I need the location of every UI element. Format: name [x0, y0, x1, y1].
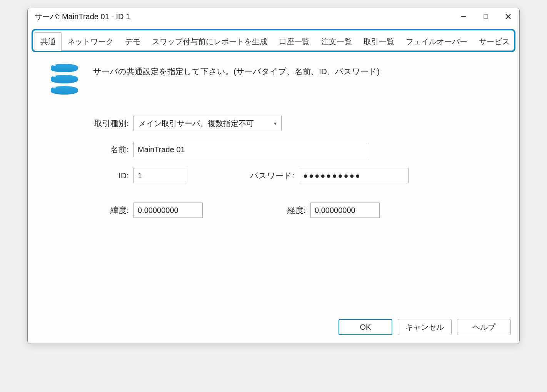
tab-failover[interactable]: フェイルオーバー: [400, 32, 473, 51]
label-longitude: 経度:: [245, 205, 310, 216]
id-input[interactable]: [133, 168, 187, 183]
window-controls: [452, 8, 519, 25]
maximize-icon: [483, 14, 489, 19]
cancel-button[interactable]: キャンセル: [398, 319, 452, 335]
chevron-down-icon: ▾: [274, 120, 277, 126]
row-coordinates: 緯度: 経度:: [66, 203, 508, 218]
button-bar: OK キャンセル ヘルプ: [28, 314, 519, 344]
tab-swap-report[interactable]: スワップ付与前にレポートを生成: [146, 32, 273, 51]
trade-type-value: メイン取引サーバ、複数指定不可: [138, 118, 254, 129]
header-row: サーバの共通設定を指定して下さい。(サーバタイプ、名前、ID、パスワード): [51, 64, 508, 95]
tab-service[interactable]: サービス: [473, 32, 515, 51]
trade-type-select[interactable]: メイン取引サーバ、複数指定不可 ▾: [133, 116, 282, 131]
label-latitude: 緯度:: [66, 205, 133, 216]
tab-bar: 共通 ネットワーク デモ スワップ付与前にレポートを生成 口座一覧 注文一覧 取…: [35, 32, 512, 51]
label-name: 名前:: [66, 144, 133, 155]
close-button[interactable]: [497, 8, 519, 25]
tab-orders[interactable]: 注文一覧: [315, 32, 358, 51]
maximize-button[interactable]: [475, 8, 497, 25]
minimize-icon: [461, 14, 466, 19]
tab-content: サーバの共通設定を指定して下さい。(サーバタイプ、名前、ID、パスワード) 取引…: [28, 52, 519, 314]
row-name: 名前:: [66, 142, 508, 157]
longitude-input[interactable]: [310, 203, 380, 218]
close-icon: [505, 13, 511, 20]
window-title: サーバ: MainTrade 01 - ID 1: [35, 12, 130, 22]
tab-trades[interactable]: 取引一覧: [358, 32, 400, 51]
minimize-button[interactable]: [452, 8, 475, 25]
label-password: パスワード:: [245, 170, 299, 181]
label-id: ID:: [66, 171, 133, 180]
description-text: サーバの共通設定を指定して下さい。(サーバタイプ、名前、ID、パスワード): [93, 64, 380, 77]
title-bar: サーバ: MainTrade 01 - ID 1: [28, 8, 519, 25]
ok-button[interactable]: OK: [339, 319, 392, 335]
tabs-container: 共通 ネットワーク デモ スワップ付与前にレポートを生成 口座一覧 注文一覧 取…: [32, 29, 515, 52]
server-stack-icon: [51, 64, 78, 95]
name-input[interactable]: [133, 142, 368, 157]
tab-accounts[interactable]: 口座一覧: [273, 32, 315, 51]
help-button[interactable]: ヘルプ: [457, 319, 511, 335]
label-trade-type: 取引種別:: [66, 118, 133, 129]
server-settings-window: サーバ: MainTrade 01 - ID 1 共通 ネットワーク デモ スワ…: [27, 8, 520, 344]
row-trade-type: 取引種別: メイン取引サーバ、複数指定不可 ▾: [66, 116, 508, 131]
tab-network[interactable]: ネットワーク: [62, 32, 119, 51]
svg-rect-1: [484, 15, 488, 18]
form: 取引種別: メイン取引サーバ、複数指定不可 ▾ 名前: ID: パスワード: 緯…: [66, 116, 508, 218]
password-input[interactable]: [299, 168, 409, 183]
tab-common[interactable]: 共通: [35, 32, 62, 51]
tab-demo[interactable]: デモ: [119, 32, 146, 51]
latitude-input[interactable]: [133, 203, 203, 218]
row-id-password: ID: パスワード:: [66, 168, 508, 183]
